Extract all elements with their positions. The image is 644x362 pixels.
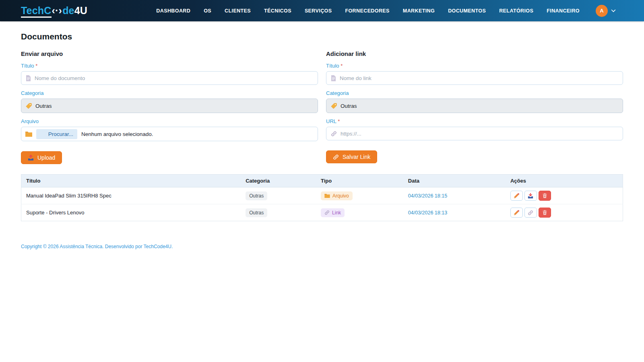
header-tipo: Tipo xyxy=(316,175,403,187)
nav-item-relatorios[interactable]: RELATÓRIOS xyxy=(499,8,533,14)
doc-title: Manual IdeaPad Slim 315IRH8 Spec xyxy=(21,187,241,204)
avatar[interactable]: A xyxy=(596,5,608,17)
upload-title-input[interactable] xyxy=(35,75,313,81)
nav-item-os[interactable]: OS xyxy=(204,8,211,14)
save-link-button[interactable]: Salvar Link xyxy=(326,150,377,163)
document-icon xyxy=(26,75,31,81)
url-input[interactable] xyxy=(341,131,618,137)
edit-button[interactable] xyxy=(510,208,523,218)
chevron-down-icon[interactable] xyxy=(611,9,616,12)
link-category-select[interactable]: Outras xyxy=(326,99,623,113)
url-input-wrap xyxy=(326,127,623,140)
brand-logo[interactable]: TechC‹·›de4U xyxy=(21,5,87,16)
link-title-input-wrap xyxy=(326,71,623,85)
upload-category-label: Categoria xyxy=(21,90,318,96)
top-navbar: TechC‹·›de4U DASHBOARD OS CLIENTES TÉCNI… xyxy=(0,0,644,21)
file-status-text: Nenhum arquivo selecionado. xyxy=(81,131,153,137)
doc-date: 04/03/2026 18:13 xyxy=(403,204,506,221)
type-badge-arquivo: Arquivo xyxy=(321,191,353,200)
code-brackets-icon: ‹·› xyxy=(52,5,63,16)
header-acoes: Ações xyxy=(506,175,623,187)
nav-item-fornecedores[interactable]: FORNECEDORES xyxy=(345,8,389,14)
link-icon xyxy=(331,131,337,137)
doc-title: Suporte - Drivers Lenovo xyxy=(21,204,241,221)
edit-button[interactable] xyxy=(510,191,523,201)
add-link-form: Adicionar link Título * Categoria Outras xyxy=(326,46,623,164)
nav-item-tecnicos[interactable]: TÉCNICOS xyxy=(264,8,291,14)
delete-button[interactable] xyxy=(539,208,551,218)
browse-button[interactable]: Procurar... xyxy=(36,129,77,139)
nav-item-clientes[interactable]: CLIENTES xyxy=(225,8,251,14)
upload-category-select[interactable]: Outras xyxy=(21,99,318,113)
link-category-label: Categoria xyxy=(326,90,623,96)
header-data: Data xyxy=(403,175,506,187)
documents-table: Título Categoria Tipo Data Ações Manual … xyxy=(21,174,623,221)
brand-logo-part1: TechC xyxy=(21,5,52,18)
table-header-row: Título Categoria Tipo Data Ações xyxy=(21,175,623,187)
doc-date: 04/03/2026 18:15 xyxy=(403,187,506,204)
upload-file-form: Enviar arquivo Título * Categoria Outras xyxy=(21,46,318,164)
upload-file-label: Arquivo xyxy=(21,118,318,124)
link-form-heading: Adicionar link xyxy=(326,50,623,57)
upload-title-label: Título * xyxy=(21,63,318,69)
upload-icon xyxy=(28,155,34,161)
upload-form-heading: Enviar arquivo xyxy=(21,50,318,57)
nav-item-marketing[interactable]: MARKETING xyxy=(403,8,435,14)
category-badge: Outras xyxy=(246,191,267,200)
link-category-value: Outras xyxy=(341,103,357,109)
page-title: Documentos xyxy=(21,32,623,41)
type-badge-link: Link xyxy=(321,208,345,217)
delete-button[interactable] xyxy=(539,191,551,201)
open-link-button[interactable] xyxy=(524,208,537,218)
file-input[interactable]: Procurar... Nenhum arquivo selecionado. xyxy=(21,127,318,141)
nav-item-financeiro[interactable]: FINANCEIRO xyxy=(547,8,580,14)
user-menu[interactable]: A xyxy=(596,5,616,17)
table-row: Manual IdeaPad Slim 315IRH8 Spec Outras … xyxy=(21,187,623,204)
nav-item-dashboard[interactable]: DASHBOARD xyxy=(156,8,190,14)
folder-icon xyxy=(324,193,330,198)
download-button[interactable] xyxy=(524,191,537,201)
url-label: URL * xyxy=(326,118,623,124)
header-titulo: Título xyxy=(21,175,241,187)
link-title-label: Título * xyxy=(326,63,623,69)
copyright-text: Copyright © 2026 Assistência Técnica. De… xyxy=(21,244,173,249)
main-nav: DASHBOARD OS CLIENTES TÉCNICOS SERVIÇOS … xyxy=(156,8,580,14)
footer: Copyright © 2026 Assistência Técnica. De… xyxy=(0,244,644,249)
upload-title-input-wrap xyxy=(21,71,318,85)
nav-item-servicos[interactable]: SERVIÇOS xyxy=(305,8,332,14)
brand-logo-part2: de xyxy=(62,5,74,16)
nav-item-documentos[interactable]: DOCUMENTOS xyxy=(448,8,486,14)
category-badge: Outras xyxy=(246,208,267,217)
link-icon xyxy=(333,154,339,160)
upload-category-value: Outras xyxy=(35,103,52,109)
upload-button[interactable]: Upload xyxy=(21,151,62,164)
link-icon xyxy=(324,210,330,215)
tag-icon xyxy=(331,103,337,109)
tag-icon xyxy=(26,103,32,109)
link-title-input[interactable] xyxy=(340,75,618,81)
document-icon xyxy=(331,75,336,81)
brand-logo-part3: 4U xyxy=(74,5,87,16)
table-row: Suporte - Drivers Lenovo Outras Link 04/… xyxy=(21,204,623,221)
header-categoria: Categoria xyxy=(241,175,316,187)
folder-icon xyxy=(25,131,32,137)
